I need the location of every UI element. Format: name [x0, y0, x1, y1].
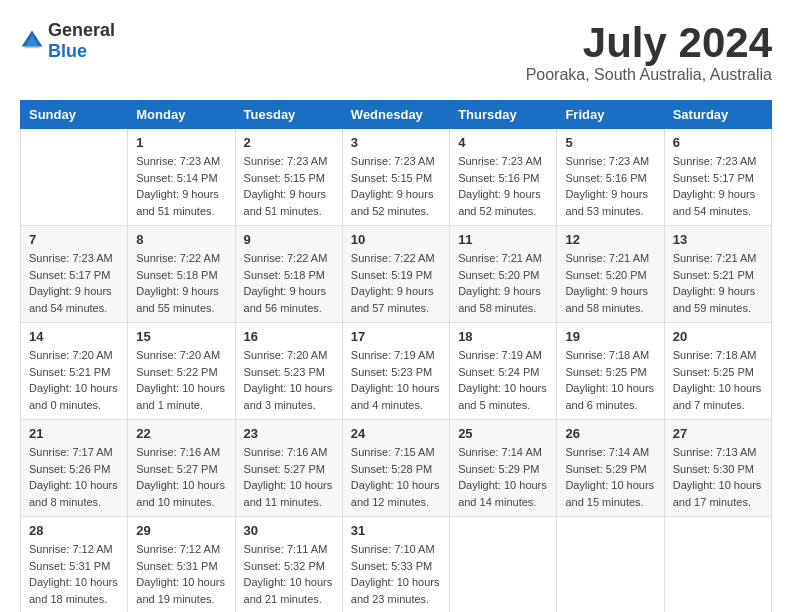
day-number: 7	[29, 232, 119, 247]
sunset-text: Sunset: 5:32 PM	[244, 560, 325, 572]
daylight-text: Daylight: 9 hours and 54 minutes.	[29, 285, 112, 314]
table-cell: 29 Sunrise: 7:12 AM Sunset: 5:31 PM Dayl…	[128, 517, 235, 612]
sunset-text: Sunset: 5:19 PM	[351, 269, 432, 281]
day-number: 31	[351, 523, 441, 538]
day-info: Sunrise: 7:23 AM Sunset: 5:17 PM Dayligh…	[29, 250, 119, 316]
sunset-text: Sunset: 5:26 PM	[29, 463, 110, 475]
sunset-text: Sunset: 5:23 PM	[351, 366, 432, 378]
day-info: Sunrise: 7:19 AM Sunset: 5:23 PM Dayligh…	[351, 347, 441, 413]
sunrise-text: Sunrise: 7:15 AM	[351, 446, 435, 458]
sunset-text: Sunset: 5:22 PM	[136, 366, 217, 378]
daylight-text: Daylight: 10 hours and 23 minutes.	[351, 576, 440, 605]
day-info: Sunrise: 7:14 AM Sunset: 5:29 PM Dayligh…	[565, 444, 655, 510]
daylight-text: Daylight: 10 hours and 21 minutes.	[244, 576, 333, 605]
daylight-text: Daylight: 10 hours and 1 minute.	[136, 382, 225, 411]
daylight-text: Daylight: 10 hours and 6 minutes.	[565, 382, 654, 411]
day-number: 18	[458, 329, 548, 344]
day-number: 12	[565, 232, 655, 247]
sunset-text: Sunset: 5:29 PM	[565, 463, 646, 475]
sunrise-text: Sunrise: 7:11 AM	[244, 543, 328, 555]
header-saturday: Saturday	[664, 101, 771, 129]
sunset-text: Sunset: 5:20 PM	[458, 269, 539, 281]
sunrise-text: Sunrise: 7:13 AM	[673, 446, 757, 458]
day-info: Sunrise: 7:23 AM Sunset: 5:15 PM Dayligh…	[351, 153, 441, 219]
sunset-text: Sunset: 5:14 PM	[136, 172, 217, 184]
sunset-text: Sunset: 5:24 PM	[458, 366, 539, 378]
sunset-text: Sunset: 5:20 PM	[565, 269, 646, 281]
table-cell: 23 Sunrise: 7:16 AM Sunset: 5:27 PM Dayl…	[235, 420, 342, 517]
sunrise-text: Sunrise: 7:21 AM	[565, 252, 649, 264]
day-info: Sunrise: 7:23 AM Sunset: 5:16 PM Dayligh…	[458, 153, 548, 219]
table-cell: 12 Sunrise: 7:21 AM Sunset: 5:20 PM Dayl…	[557, 226, 664, 323]
sunrise-text: Sunrise: 7:14 AM	[458, 446, 542, 458]
day-info: Sunrise: 7:21 AM Sunset: 5:20 PM Dayligh…	[458, 250, 548, 316]
day-info: Sunrise: 7:22 AM Sunset: 5:19 PM Dayligh…	[351, 250, 441, 316]
day-number: 6	[673, 135, 763, 150]
day-number: 17	[351, 329, 441, 344]
table-cell: 11 Sunrise: 7:21 AM Sunset: 5:20 PM Dayl…	[450, 226, 557, 323]
table-cell: 3 Sunrise: 7:23 AM Sunset: 5:15 PM Dayli…	[342, 129, 449, 226]
daylight-text: Daylight: 9 hours and 58 minutes.	[565, 285, 648, 314]
day-number: 10	[351, 232, 441, 247]
week-row-3: 14 Sunrise: 7:20 AM Sunset: 5:21 PM Dayl…	[21, 323, 772, 420]
day-info: Sunrise: 7:22 AM Sunset: 5:18 PM Dayligh…	[136, 250, 226, 316]
table-cell: 13 Sunrise: 7:21 AM Sunset: 5:21 PM Dayl…	[664, 226, 771, 323]
day-number: 29	[136, 523, 226, 538]
sunrise-text: Sunrise: 7:23 AM	[136, 155, 220, 167]
day-info: Sunrise: 7:20 AM Sunset: 5:23 PM Dayligh…	[244, 347, 334, 413]
week-row-2: 7 Sunrise: 7:23 AM Sunset: 5:17 PM Dayli…	[21, 226, 772, 323]
table-cell: 8 Sunrise: 7:22 AM Sunset: 5:18 PM Dayli…	[128, 226, 235, 323]
day-number: 8	[136, 232, 226, 247]
day-number: 28	[29, 523, 119, 538]
sunrise-text: Sunrise: 7:14 AM	[565, 446, 649, 458]
table-cell: 19 Sunrise: 7:18 AM Sunset: 5:25 PM Dayl…	[557, 323, 664, 420]
day-number: 4	[458, 135, 548, 150]
day-info: Sunrise: 7:17 AM Sunset: 5:26 PM Dayligh…	[29, 444, 119, 510]
sunrise-text: Sunrise: 7:23 AM	[565, 155, 649, 167]
daylight-text: Daylight: 9 hours and 51 minutes.	[136, 188, 219, 217]
header-monday: Monday	[128, 101, 235, 129]
table-cell: 6 Sunrise: 7:23 AM Sunset: 5:17 PM Dayli…	[664, 129, 771, 226]
header-tuesday: Tuesday	[235, 101, 342, 129]
sunset-text: Sunset: 5:21 PM	[673, 269, 754, 281]
day-number: 27	[673, 426, 763, 441]
sunset-text: Sunset: 5:33 PM	[351, 560, 432, 572]
table-cell: 31 Sunrise: 7:10 AM Sunset: 5:33 PM Dayl…	[342, 517, 449, 612]
table-cell: 30 Sunrise: 7:11 AM Sunset: 5:32 PM Dayl…	[235, 517, 342, 612]
header-wednesday: Wednesday	[342, 101, 449, 129]
day-info: Sunrise: 7:16 AM Sunset: 5:27 PM Dayligh…	[244, 444, 334, 510]
day-info: Sunrise: 7:23 AM Sunset: 5:17 PM Dayligh…	[673, 153, 763, 219]
day-number: 13	[673, 232, 763, 247]
table-cell: 15 Sunrise: 7:20 AM Sunset: 5:22 PM Dayl…	[128, 323, 235, 420]
table-cell: 25 Sunrise: 7:14 AM Sunset: 5:29 PM Dayl…	[450, 420, 557, 517]
day-info: Sunrise: 7:14 AM Sunset: 5:29 PM Dayligh…	[458, 444, 548, 510]
day-info: Sunrise: 7:15 AM Sunset: 5:28 PM Dayligh…	[351, 444, 441, 510]
sunrise-text: Sunrise: 7:22 AM	[244, 252, 328, 264]
daylight-text: Daylight: 10 hours and 8 minutes.	[29, 479, 118, 508]
daylight-text: Daylight: 9 hours and 59 minutes.	[673, 285, 756, 314]
sunset-text: Sunset: 5:29 PM	[458, 463, 539, 475]
table-cell: 10 Sunrise: 7:22 AM Sunset: 5:19 PM Dayl…	[342, 226, 449, 323]
table-cell: 7 Sunrise: 7:23 AM Sunset: 5:17 PM Dayli…	[21, 226, 128, 323]
sunrise-text: Sunrise: 7:12 AM	[136, 543, 220, 555]
table-cell: 4 Sunrise: 7:23 AM Sunset: 5:16 PM Dayli…	[450, 129, 557, 226]
page-header: General Blue July 2024 Pooraka, South Au…	[20, 20, 772, 84]
sunrise-text: Sunrise: 7:22 AM	[136, 252, 220, 264]
sunset-text: Sunset: 5:16 PM	[458, 172, 539, 184]
week-row-1: 1 Sunrise: 7:23 AM Sunset: 5:14 PM Dayli…	[21, 129, 772, 226]
sunrise-text: Sunrise: 7:17 AM	[29, 446, 113, 458]
sunset-text: Sunset: 5:30 PM	[673, 463, 754, 475]
header-thursday: Thursday	[450, 101, 557, 129]
day-info: Sunrise: 7:18 AM Sunset: 5:25 PM Dayligh…	[673, 347, 763, 413]
daylight-text: Daylight: 10 hours and 12 minutes.	[351, 479, 440, 508]
sunset-text: Sunset: 5:21 PM	[29, 366, 110, 378]
sunrise-text: Sunrise: 7:10 AM	[351, 543, 435, 555]
location-title: Pooraka, South Australia, Australia	[526, 66, 772, 84]
logo-text: General Blue	[48, 20, 115, 62]
daylight-text: Daylight: 10 hours and 10 minutes.	[136, 479, 225, 508]
sunrise-text: Sunrise: 7:19 AM	[351, 349, 435, 361]
table-cell: 28 Sunrise: 7:12 AM Sunset: 5:31 PM Dayl…	[21, 517, 128, 612]
table-cell: 26 Sunrise: 7:14 AM Sunset: 5:29 PM Dayl…	[557, 420, 664, 517]
daylight-text: Daylight: 10 hours and 17 minutes.	[673, 479, 762, 508]
day-number: 5	[565, 135, 655, 150]
